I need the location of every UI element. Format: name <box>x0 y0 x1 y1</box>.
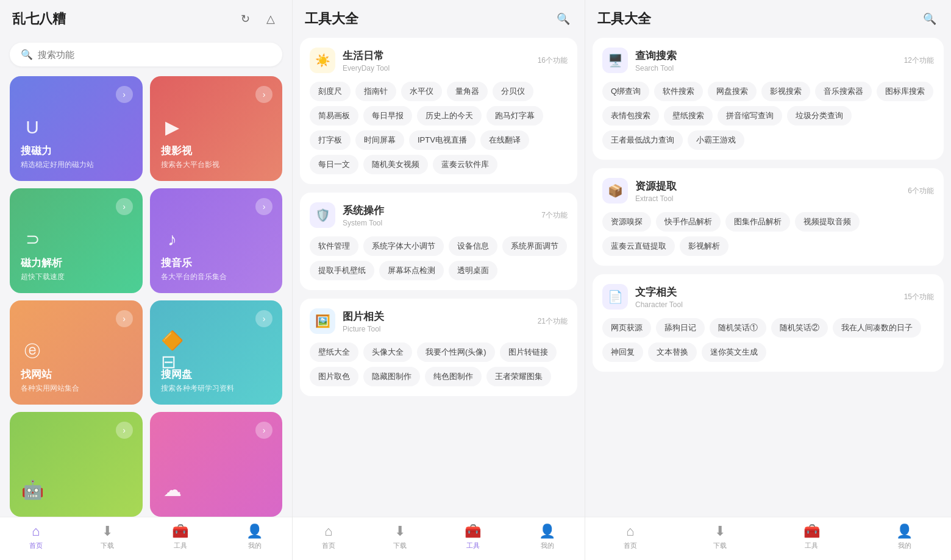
right-search-btn[interactable]: 🔍 <box>921 10 939 28</box>
search-btn[interactable]: 🔍 <box>554 10 572 28</box>
tag-emojisearch[interactable]: 表情包搜索 <box>602 106 659 126</box>
nav-tools-mid[interactable]: 🧰 工具 <box>465 523 481 550</box>
tag-timescreen[interactable]: 时间屏幕 <box>355 130 404 150</box>
nav-download-right[interactable]: ⬇ 下载 <box>713 523 727 550</box>
tag-typing[interactable]: 打字板 <box>310 130 351 150</box>
section-search-tool: 🖥️ 查询搜索 Search Tool 12个功能 Q绑查询 软件搜索 网盘搜索… <box>593 38 944 160</box>
tag-iconsearch[interactable]: 图标库搜索 <box>877 82 933 101</box>
card-web[interactable]: › ⓔ 找网站 各种实用网站集合 <box>10 300 143 405</box>
nav-mine-right[interactable]: 👤 我的 <box>896 523 913 550</box>
tag-morning[interactable]: 每日早报 <box>363 106 412 126</box>
tag-wzsearch[interactable]: 王者最低战力查询 <box>602 130 683 150</box>
tag-pinyinsearch[interactable]: 拼音缩写查询 <box>718 106 782 126</box>
mine-icon: 👤 <box>246 523 263 539</box>
section-text-tool: 📄 文字相关 Character Tool 15个功能 网页获源 舔狗日记 随机… <box>593 274 944 372</box>
tag-imglink[interactable]: 图片转链接 <box>500 342 557 362</box>
card-icon: ☁ <box>161 478 184 501</box>
picture-tags: 壁纸大全 头像大全 我要个性网(头像) 图片转链接 图片取色 隐藏图制作 纯色图… <box>310 342 568 386</box>
tag-pansearch[interactable]: 网盘搜索 <box>708 82 757 101</box>
search-input[interactable] <box>38 49 271 60</box>
tag-daycount[interactable]: 我在人间凑数的日子 <box>833 318 921 338</box>
search-tool-tags: Q绑查询 软件搜索 网盘搜索 影视搜索 音乐搜索器 图标库搜索 表情包搜索 壁纸… <box>602 82 934 150</box>
tag-colorpick[interactable]: 图片取色 <box>310 367 358 386</box>
tag-kuaishou[interactable]: 快手作品解析 <box>656 212 721 232</box>
card-magnet[interactable]: › ⊃ 磁力解析 超快下载速度 <box>10 188 143 293</box>
tag-tiandiary[interactable]: 舔狗日记 <box>656 318 705 338</box>
tag-personalavatar[interactable]: 我要个性网(头像) <box>417 342 495 362</box>
tag-history[interactable]: 历史上的今天 <box>417 106 482 126</box>
tag-wallpaper[interactable]: 提取手机壁纸 <box>310 261 374 280</box>
card-arrow: › <box>255 198 272 215</box>
nav-mine[interactable]: 👤 我的 <box>246 523 263 550</box>
tag-sniff[interactable]: 资源嗅探 <box>602 212 651 232</box>
card-music[interactable]: › ♪ 搜音乐 各大平台的音乐集合 <box>150 188 283 293</box>
tag-wallpaperall[interactable]: 壁纸大全 <box>310 342 358 362</box>
tag-softmanage[interactable]: 软件管理 <box>310 236 358 256</box>
tag-softsearch[interactable]: 软件搜索 <box>654 82 703 101</box>
nav-download[interactable]: ⬇ 下载 <box>101 523 114 550</box>
tag-fontsize[interactable]: 系统字体大小调节 <box>363 236 444 256</box>
left-panel: 乱七八糟 ↻ △ 🔍 › U 搜磁力 精选稳定好用的磁力站 › ▶ 搜影视 搜索… <box>0 0 293 560</box>
tag-dailytext[interactable]: 每日一文 <box>310 155 358 174</box>
tag-devinfo[interactable]: 设备信息 <box>449 236 497 256</box>
tag-solidcolor[interactable]: 纯色图制作 <box>425 367 482 386</box>
nav-home-right[interactable]: ⌂ 首页 <box>624 523 637 550</box>
tag-webget[interactable]: 网页获源 <box>602 318 651 338</box>
tag-randvideo[interactable]: 随机美女视频 <box>363 155 428 174</box>
tag-honor[interactable]: 王者荣耀图集 <box>486 367 551 386</box>
tag-wallpapersearch[interactable]: 壁纸搜索 <box>664 106 713 126</box>
search-bar[interactable]: 🔍 <box>10 43 282 66</box>
tag-marquee[interactable]: 跑马灯字幕 <box>486 106 543 126</box>
tag-album[interactable]: 图集作品解析 <box>725 212 790 232</box>
tag-transparent[interactable]: 透明桌面 <box>449 261 497 280</box>
tag-keduche[interactable]: 刻度尺 <box>310 82 351 101</box>
download-icon: ⬇ <box>102 523 113 539</box>
tag-textreplace[interactable]: 文本替换 <box>648 342 697 362</box>
tag-lanzou[interactable]: 蓝奏云软件库 <box>433 155 497 174</box>
nav-tools[interactable]: 🧰 工具 <box>172 523 188 550</box>
section-text-tool-count: 15个功能 <box>904 292 934 302</box>
tag-lanzoulink[interactable]: 蓝奏云直链提取 <box>602 236 675 256</box>
tag-joke1[interactable]: 随机笑话① <box>710 318 766 338</box>
section-daily-info: 生活日常 EveryDay Tool <box>343 49 538 73</box>
tag-trashsearch[interactable]: 垃圾分类查询 <box>787 106 852 126</box>
nav-home[interactable]: ⌂ 首页 <box>29 523 43 550</box>
card-android[interactable]: › 🤖 <box>10 412 143 517</box>
tag-minieng[interactable]: 迷你英文生成 <box>702 342 766 362</box>
home-icon-mid: ⌂ <box>324 523 332 539</box>
card-pan[interactable]: › 🔶 ⊟ 搜网盘 搜索各种考研学习资料 <box>150 300 283 405</box>
tag-protractor[interactable]: 量角器 <box>447 82 488 101</box>
tag-decibel[interactable]: 分贝仪 <box>493 82 533 101</box>
tag-uiadj[interactable]: 系统界面调节 <box>502 236 567 256</box>
card-cili[interactable]: › U 搜磁力 精选稳定好用的磁力站 <box>10 76 143 181</box>
card-video[interactable]: › ▶ 搜影视 搜索各大平台影视 <box>150 76 283 181</box>
card-title: 搜磁力 <box>21 144 132 158</box>
section-extract-tool-count: 6个功能 <box>908 186 934 196</box>
tag-musicsearch[interactable]: 音乐搜索器 <box>815 82 872 101</box>
nav-tools-right[interactable]: 🧰 工具 <box>803 523 820 550</box>
tag-translate[interactable]: 在线翻译 <box>480 130 529 150</box>
tag-avatar[interactable]: 头像大全 <box>363 342 412 362</box>
card-cloud[interactable]: › ☁ <box>150 412 283 517</box>
nav-mine-mid[interactable]: 👤 我的 <box>539 523 555 550</box>
nav-download-mid[interactable]: ⬇ 下载 <box>393 523 407 550</box>
tag-godreply[interactable]: 神回复 <box>602 342 643 362</box>
triangle-icon[interactable]: △ <box>262 10 280 28</box>
tag-level[interactable]: 水平仪 <box>401 82 442 101</box>
tag-xbwgame[interactable]: 小霸王游戏 <box>688 130 744 150</box>
tag-draw[interactable]: 简易画板 <box>310 106 358 126</box>
section-daily-sub: EveryDay Tool <box>343 64 538 73</box>
tag-qbind[interactable]: Q绑查询 <box>602 82 649 101</box>
section-picture: 🖼️ 图片相关 Picture Tool 21个功能 壁纸大全 头像大全 我要个… <box>300 299 577 396</box>
refresh-icon[interactable]: ↻ <box>236 10 254 28</box>
tag-iptv[interactable]: IPTV电视直播 <box>409 130 476 150</box>
tag-deadpixel[interactable]: 屏幕坏点检测 <box>379 261 444 280</box>
tag-compass[interactable]: 指南针 <box>355 82 396 101</box>
tag-videosearch[interactable]: 影视搜索 <box>761 82 810 101</box>
section-extract-tool-title: 资源提取 <box>635 179 908 193</box>
tag-hiddenimg[interactable]: 隐藏图制作 <box>363 367 420 386</box>
tag-joke2[interactable]: 随机笑话② <box>771 318 828 338</box>
tag-videoparse[interactable]: 影视解析 <box>680 236 728 256</box>
nav-home-mid[interactable]: ⌂ 首页 <box>322 523 335 550</box>
tag-audio[interactable]: 视频提取音频 <box>795 212 860 232</box>
